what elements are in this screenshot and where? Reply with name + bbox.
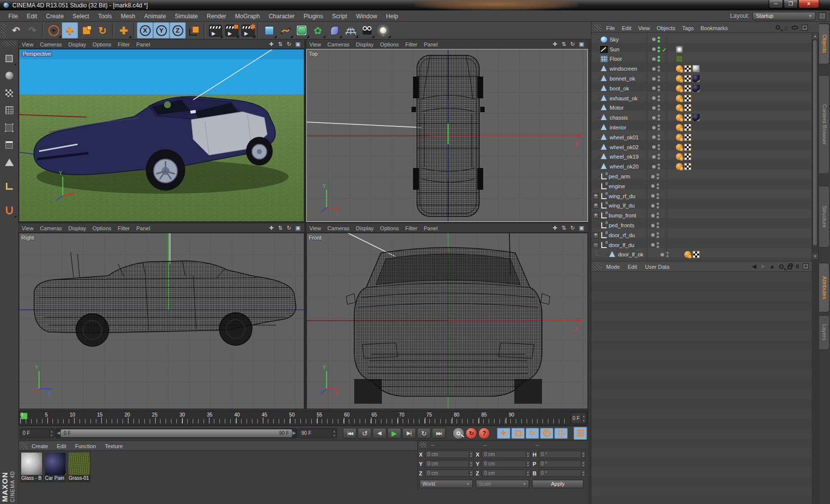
expand-toggle[interactable] (593, 76, 599, 82)
phong-tag[interactable] (676, 124, 683, 131)
model-mode-button[interactable] (2, 69, 16, 83)
object-name[interactable]: chassis (610, 115, 650, 121)
render-picture-viewer-button[interactable] (223, 22, 240, 39)
object-type-icon[interactable] (600, 65, 608, 72)
visibility-dots-icon[interactable] (658, 56, 660, 62)
object-type-icon[interactable] (600, 85, 608, 92)
viewport-menu-item[interactable]: View (22, 42, 34, 47)
viewport-menu-item[interactable]: Cameras (40, 225, 62, 231)
viewport-top-canvas[interactable]: Top X (306, 49, 588, 222)
points-mode-button[interactable] (2, 121, 16, 134)
visibility-dots-icon[interactable] (657, 242, 659, 248)
menu-item[interactable]: Window (352, 13, 382, 20)
pan-view-icon[interactable]: ✚ (551, 41, 558, 47)
dolly-view-icon[interactable]: ⇅ (560, 41, 567, 47)
material-menu-item[interactable]: Texture (105, 443, 123, 449)
viewport-menu-item[interactable]: View (309, 42, 321, 47)
object-row[interactable]: door_lf_ok (591, 250, 812, 260)
layer-dot-icon[interactable] (652, 165, 656, 168)
viewport-menu-item[interactable]: Panel (424, 225, 438, 231)
object-row[interactable]: ped_arm (591, 171, 812, 181)
object-row[interactable]: wheel_ok20 (591, 162, 812, 171)
spinner-icon[interactable]: ▲▼ (526, 461, 530, 466)
preview-range-slider[interactable]: ◀ 0 F 90 F ▶ (55, 428, 297, 438)
position-x-field[interactable]: 0 cm▲▼ (425, 451, 474, 458)
range-end-field[interactable]: 90 F ▲▼ (298, 428, 337, 438)
layer-dot-icon[interactable] (652, 126, 656, 129)
expand-toggle[interactable] (593, 85, 599, 91)
current-frame-field[interactable]: 0 F ▲▼ (571, 413, 586, 424)
object-name[interactable]: exhaust_ok (610, 95, 650, 101)
layer-dot-icon[interactable] (661, 253, 664, 256)
rotate-view-icon[interactable]: ↻ (286, 225, 292, 231)
object-row[interactable]: wheel_ok19 (591, 152, 812, 162)
live-selection-button[interactable]: ➤ (45, 22, 62, 39)
mat-glass-tag[interactable] (693, 65, 700, 72)
back-icon[interactable]: ◀ (752, 263, 756, 270)
lock-y-button[interactable]: Y (153, 22, 169, 39)
expand-toggle[interactable] (593, 115, 599, 121)
rotation-p-field[interactable]: 0 °▲▼ (539, 460, 586, 467)
viewport-menu-item[interactable]: Filter (118, 225, 129, 231)
record-objects-button[interactable]: ↻ (465, 427, 477, 439)
position-y-field[interactable]: 0 cm▲▼ (425, 460, 474, 467)
object-type-icon[interactable] (601, 232, 607, 238)
expand-toggle[interactable] (593, 37, 599, 42)
layout-manager-icon[interactable] (819, 12, 826, 20)
viewport-label[interactable]: Perspective (21, 51, 52, 57)
mat-navy-tag[interactable] (693, 75, 700, 82)
key-rotation-toggle[interactable]: ↻ (526, 428, 539, 439)
toggle-view-icon[interactable]: ▣ (578, 225, 585, 231)
scale-mode-dropdown[interactable]: Scale▼ (476, 480, 529, 488)
phong-tag[interactable] (676, 75, 683, 82)
pan-view-icon[interactable]: ✚ (268, 41, 275, 47)
object-name[interactable]: Floor (610, 56, 650, 62)
object-row[interactable]: ped_fronts (591, 220, 812, 230)
uv-tag[interactable] (684, 104, 691, 111)
toggle-view-icon[interactable]: ▣ (294, 225, 301, 231)
menu-item[interactable]: Animate (140, 13, 170, 20)
key-parameter-toggle[interactable]: P (540, 428, 553, 439)
viewport-menu-item[interactable]: Options (92, 225, 111, 231)
object-name[interactable]: door_lf_ok (618, 252, 659, 257)
visibility-dots-icon[interactable] (658, 134, 660, 140)
visibility-dots-icon[interactable] (658, 85, 660, 91)
dolly-view-icon[interactable]: ⇅ (277, 41, 284, 47)
search-icon[interactable] (779, 264, 784, 269)
object-row[interactable]: interior (591, 123, 812, 132)
object-name[interactable]: interior (610, 125, 650, 130)
expand-toggle[interactable] (593, 154, 599, 160)
spinner-icon[interactable]: ▲▼ (581, 452, 585, 457)
tab-layers[interactable]: Layers (819, 315, 830, 350)
visibility-dots-icon[interactable] (658, 95, 660, 101)
add-spline-button[interactable] (277, 22, 293, 39)
rotation-h-field[interactable]: 0 °▲▼ (539, 451, 586, 458)
viewport-menu-item[interactable]: View (22, 225, 34, 231)
layer-dot-icon[interactable] (652, 96, 656, 100)
layer-dot-icon[interactable] (651, 233, 655, 237)
object-manager-menu-item[interactable]: File (606, 25, 615, 31)
size-z-field[interactable]: 0 cm▲▼ (482, 469, 531, 477)
material-menu-item[interactable]: Function (75, 443, 96, 449)
layer-dot-icon[interactable] (652, 57, 656, 61)
spinner-icon[interactable]: ▲▼ (581, 414, 585, 423)
viewport-menu-item[interactable]: Cameras (328, 225, 350, 231)
object-manager-menu-item[interactable]: View (638, 25, 650, 31)
layer-dot-icon[interactable] (652, 38, 656, 41)
attribute-menu-item[interactable]: User Data (645, 264, 670, 270)
expand-toggle[interactable] (593, 125, 599, 130)
viewport-label[interactable]: Top (309, 51, 318, 57)
key-scale-toggle[interactable] (511, 428, 525, 439)
object-row[interactable]: boot_ok (591, 84, 812, 93)
expand-toggle[interactable] (593, 164, 599, 169)
object-type-icon[interactable] (600, 95, 608, 102)
object-row[interactable]: wheel_ok01 (591, 132, 812, 142)
layer-dot-icon[interactable] (651, 204, 655, 208)
menu-item[interactable]: Tools (93, 13, 116, 20)
object-name[interactable]: wing_rf_du (609, 193, 649, 199)
menu-item[interactable]: Create (42, 13, 68, 20)
object-row[interactable]: exhaust_ok (591, 93, 812, 103)
rotate-view-icon[interactable]: ↻ (569, 225, 576, 231)
object-row[interactable]: chassis (591, 113, 812, 123)
expand-toggle[interactable] (593, 183, 599, 189)
